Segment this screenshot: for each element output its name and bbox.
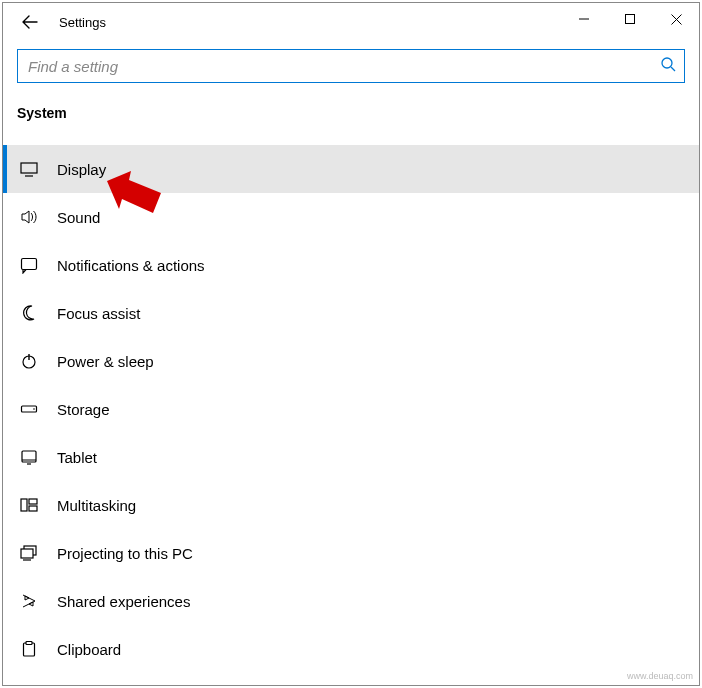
focus-assist-icon xyxy=(19,303,39,323)
nav-item-storage[interactable]: Storage xyxy=(3,385,699,433)
nav-item-display[interactable]: Display xyxy=(3,145,699,193)
nav-item-label: Power & sleep xyxy=(57,353,154,370)
nav-item-sound[interactable]: Sound xyxy=(3,193,699,241)
nav-item-label: Sound xyxy=(57,209,100,226)
nav-item-label: Focus assist xyxy=(57,305,140,322)
nav-item-focus-assist[interactable]: Focus assist xyxy=(3,289,699,337)
titlebar: Settings xyxy=(3,3,699,41)
nav-list: DisplaySoundNotifications & actionsFocus… xyxy=(3,145,699,673)
multitasking-icon xyxy=(19,495,39,515)
shared-experiences-icon xyxy=(19,591,39,611)
minimize-icon xyxy=(579,14,589,24)
nav-item-clipboard[interactable]: Clipboard xyxy=(3,625,699,673)
storage-icon xyxy=(19,399,39,419)
nav-item-label: Multitasking xyxy=(57,497,136,514)
nav-item-label: Notifications & actions xyxy=(57,257,205,274)
window-controls xyxy=(561,3,699,35)
search-icon xyxy=(660,56,676,76)
watermark: www.deuaq.com xyxy=(627,671,693,681)
nav-item-label: Projecting to this PC xyxy=(57,545,193,562)
nav-item-multitasking[interactable]: Multitasking xyxy=(3,481,699,529)
nav-item-label: Clipboard xyxy=(57,641,121,658)
svg-rect-14 xyxy=(26,642,32,645)
power-icon xyxy=(19,351,39,371)
section-heading: System xyxy=(3,99,699,133)
display-icon xyxy=(19,159,39,179)
maximize-button[interactable] xyxy=(607,3,653,35)
tablet-icon xyxy=(19,447,39,467)
nav-item-label: Display xyxy=(57,161,106,178)
nav-item-shared-experiences[interactable]: Shared experiences xyxy=(3,577,699,625)
notifications-icon xyxy=(19,255,39,275)
maximize-icon xyxy=(625,14,635,24)
nav-item-label: Tablet xyxy=(57,449,97,466)
search-container xyxy=(3,41,699,99)
nav-item-tablet[interactable]: Tablet xyxy=(3,433,699,481)
nav-item-label: Shared experiences xyxy=(57,593,190,610)
nav-item-label: Storage xyxy=(57,401,110,418)
svg-rect-3 xyxy=(22,259,37,270)
search-input[interactable] xyxy=(18,50,644,82)
settings-window: Settings System DisplaySoundNotification… xyxy=(2,2,700,686)
close-button[interactable] xyxy=(653,3,699,35)
search-box[interactable] xyxy=(17,49,685,83)
svg-rect-2 xyxy=(21,163,37,173)
back-button[interactable] xyxy=(9,3,51,41)
clipboard-icon xyxy=(19,639,39,659)
minimize-button[interactable] xyxy=(561,3,607,35)
svg-rect-12 xyxy=(21,549,33,558)
svg-rect-10 xyxy=(29,506,37,511)
window-title: Settings xyxy=(59,15,106,30)
sound-icon xyxy=(19,207,39,227)
nav-item-projecting-to-this-pc[interactable]: Projecting to this PC xyxy=(3,529,699,577)
svg-point-1 xyxy=(662,58,672,68)
svg-point-6 xyxy=(33,408,35,410)
close-icon xyxy=(671,14,682,25)
svg-rect-9 xyxy=(29,499,37,504)
svg-rect-8 xyxy=(21,499,27,511)
back-arrow-icon xyxy=(21,13,39,31)
nav-item-power-sleep[interactable]: Power & sleep xyxy=(3,337,699,385)
svg-rect-0 xyxy=(626,15,635,24)
projecting-icon xyxy=(19,543,39,563)
nav-item-notifications-actions[interactable]: Notifications & actions xyxy=(3,241,699,289)
